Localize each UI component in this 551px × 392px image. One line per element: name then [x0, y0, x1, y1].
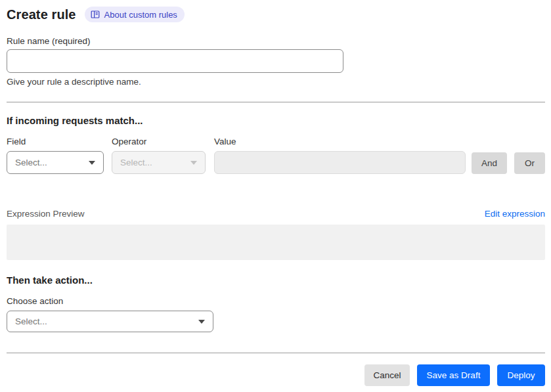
rule-name-input[interactable] [7, 49, 343, 73]
expression-builder-row: Field Select... Operator Select... Value… [7, 137, 545, 174]
save-as-draft-button[interactable]: Save as Draft [417, 364, 490, 386]
rule-name-help-text: Give your rule a descriptive name. [7, 77, 545, 87]
chevron-down-icon [198, 320, 205, 324]
value-label: Value [214, 137, 466, 146]
match-section-heading: If incoming requests match... [7, 115, 545, 126]
choose-action-select[interactable]: Select... [7, 311, 213, 332]
page-title: Create rule [7, 7, 76, 22]
action-section-heading: Then take action... [7, 274, 545, 286]
section-divider-bottom [7, 353, 545, 353]
field-column: Field Select... [7, 137, 104, 174]
rule-name-label: Rule name (required) [7, 36, 545, 46]
operator-select-value: Select... [120, 158, 152, 167]
expression-preview-label: Expression Preview [7, 209, 85, 219]
expression-preview-header: Expression Preview Edit expression [7, 209, 545, 219]
operator-select: Select... [112, 151, 206, 174]
cancel-button[interactable]: Cancel [364, 364, 410, 386]
section-divider-top [7, 102, 545, 102]
edit-expression-link[interactable]: Edit expression [485, 209, 545, 219]
field-select[interactable]: Select... [7, 151, 104, 174]
deploy-button[interactable]: Deploy [497, 364, 545, 386]
operator-label: Operator [112, 137, 206, 146]
choose-action-label: Choose action [7, 296, 545, 306]
about-custom-rules-badge[interactable]: About custom rules [85, 7, 185, 22]
expression-preview-box [7, 225, 545, 260]
value-input [214, 151, 466, 174]
or-button[interactable]: Or [514, 152, 545, 174]
operator-column: Operator Select... [112, 137, 206, 174]
about-badge-label: About custom rules [104, 11, 177, 19]
page-header: Create rule About custom rules [7, 7, 545, 22]
chevron-down-icon [89, 161, 95, 165]
choose-action-select-value: Select... [15, 316, 47, 326]
value-column: Value [214, 137, 466, 174]
create-rule-page: Create rule About custom rules Rule name… [0, 0, 551, 386]
chevron-down-icon [190, 161, 197, 165]
and-button[interactable]: And [472, 152, 507, 174]
field-label: Field [7, 137, 104, 146]
field-select-value: Select... [15, 158, 47, 167]
footer-actions: Cancel Save as Draft Deploy [7, 364, 545, 386]
book-icon [91, 10, 100, 19]
